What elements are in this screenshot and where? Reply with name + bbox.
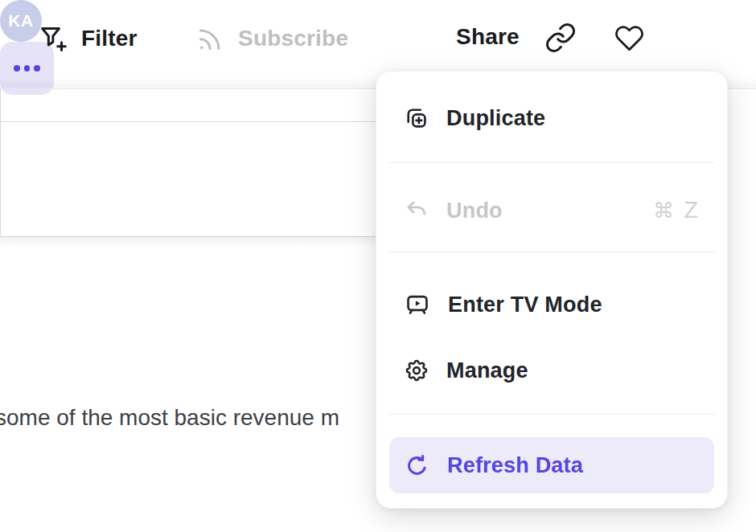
subscribe-label: Subscribe <box>238 26 348 51</box>
rss-icon <box>194 23 226 55</box>
heart-icon <box>614 23 645 53</box>
gear-icon <box>404 358 429 383</box>
share-label: Share <box>456 24 520 50</box>
menu-item-manage[interactable]: Manage <box>389 345 714 396</box>
content-strip <box>0 88 376 122</box>
copy-link-button[interactable] <box>544 22 577 54</box>
page-paragraph: some of the most basic revenue m <box>0 405 339 431</box>
menu-item-undo[interactable]: Undo ⌘ Z <box>389 185 714 236</box>
more-options-menu: Duplicate Undo ⌘ Z Enter TV Mode <box>376 71 728 509</box>
menu-item-label: Undo <box>446 198 503 223</box>
refresh-icon <box>404 452 430 479</box>
subscribe-button[interactable]: Subscribe <box>194 19 348 58</box>
share-button[interactable]: Share <box>456 24 520 50</box>
menu-item-label: Manage <box>446 358 528 383</box>
menu-item-refresh-data[interactable]: Refresh Data <box>389 437 714 493</box>
duplicate-icon <box>404 105 429 131</box>
menu-item-label: Refresh Data <box>447 453 583 478</box>
favorite-button[interactable] <box>614 23 645 53</box>
panel-left-edge <box>0 88 1 237</box>
menu-item-label: Duplicate <box>446 106 545 131</box>
menu-divider <box>389 162 714 163</box>
content-panel-shadow <box>0 237 376 248</box>
content-panel <box>0 122 376 237</box>
menu-item-duplicate[interactable]: Duplicate <box>389 92 714 144</box>
filter-plus-icon <box>37 23 69 55</box>
filter-button[interactable]: Filter <box>37 19 138 58</box>
menu-item-enter-tv-mode[interactable]: Enter TV Mode <box>389 279 714 330</box>
avatar[interactable]: KA <box>0 0 42 42</box>
undo-icon <box>404 198 429 223</box>
menu-item-label: Enter TV Mode <box>448 293 602 317</box>
menu-item-shortcut: ⌘ Z <box>653 198 700 223</box>
avatar-initials: KA <box>8 11 33 31</box>
filter-label: Filter <box>81 26 138 51</box>
ellipsis-icon <box>14 65 20 72</box>
tv-mode-icon <box>404 292 431 317</box>
menu-divider <box>389 252 714 252</box>
menu-divider <box>389 414 714 415</box>
link-icon <box>544 22 577 54</box>
